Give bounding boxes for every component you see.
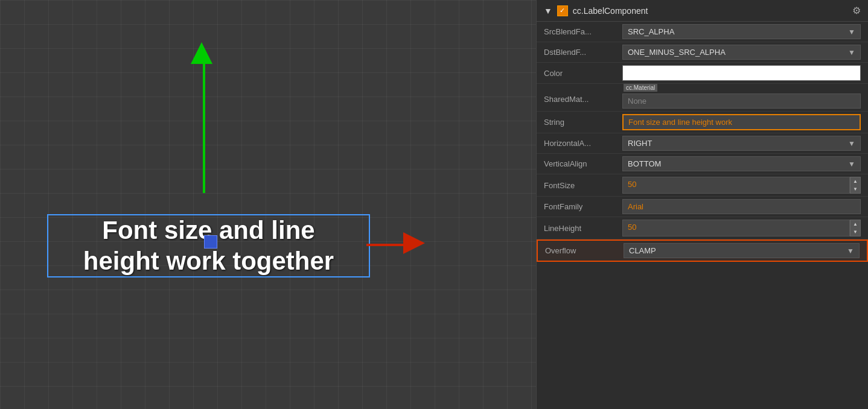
color-label: Color <box>544 69 622 78</box>
font-family-value: Arial <box>622 199 861 214</box>
color-picker[interactable] <box>622 65 861 81</box>
overflow-label: Overflow <box>545 246 624 255</box>
dst-blend-value: ONE_MINUS_SRC_ALPHA ▼ <box>622 45 861 60</box>
font-family-input[interactable]: Arial <box>622 199 861 214</box>
string-row: String Font size and line height work <box>537 112 868 133</box>
vertical-align-label: VerticalAlign <box>544 159 622 168</box>
chevron-down-icon: ▼ <box>848 28 855 36</box>
chevron-down-icon: ▼ <box>848 139 855 148</box>
chevron-down-icon: ▼ <box>848 160 855 168</box>
font-size-row: FontSize 50 ▲ ▼ <box>537 174 868 197</box>
gear-icon[interactable]: ⚙ <box>852 5 861 16</box>
dst-blend-label: DstBlendF... <box>544 48 622 57</box>
chevron-down-icon: ▼ <box>848 48 855 57</box>
dst-blend-row: DstBlendF... ONE_MINUS_SRC_ALPHA ▼ <box>537 42 868 63</box>
src-blend-value: SRC_ALPHA ▼ <box>622 24 861 39</box>
transform-handle[interactable] <box>204 235 217 249</box>
src-blend-label: SrcBlendFa... <box>544 27 622 36</box>
color-row: Color <box>537 63 868 84</box>
font-size-spinners: ▲ ▼ <box>850 177 861 194</box>
line-height-row: LineHeight 50 ▲ ▼ <box>537 217 868 239</box>
shared-mat-row: SharedMat... cc.Material None <box>537 84 868 112</box>
material-field[interactable]: None <box>622 94 861 109</box>
arrow-right-head <box>403 232 425 254</box>
font-family-row: FontFamily Arial <box>537 197 868 217</box>
horizontal-align-row: HorizontalA... RIGHT ▼ <box>537 133 868 154</box>
arrow-right-shaft <box>366 244 409 246</box>
collapse-icon[interactable]: ▼ <box>544 6 552 16</box>
string-label: String <box>544 118 622 127</box>
properties-panel: ▼ ✓ cc.LabelComponent ⚙ SrcBlendFa... SR… <box>536 0 868 409</box>
font-size-label: FontSize <box>544 181 622 190</box>
dst-blend-dropdown[interactable]: ONE_MINUS_SRC_ALPHA ▼ <box>622 45 861 60</box>
panel-header: ▼ ✓ cc.LabelComponent ⚙ <box>537 0 868 22</box>
vertical-align-dropdown[interactable]: BOTTOM ▼ <box>622 156 861 171</box>
font-size-increment[interactable]: ▲ <box>850 177 860 185</box>
arrow-up-head <box>191 42 212 64</box>
horizontal-align-value: RIGHT ▼ <box>622 136 861 151</box>
vertical-align-row: VerticalAlign BOTTOM ▼ <box>537 154 868 174</box>
horizontal-align-dropdown[interactable]: RIGHT ▼ <box>622 136 861 151</box>
font-family-label: FontFamily <box>544 202 622 211</box>
font-size-input-wrapper: 50 ▲ ▼ <box>622 177 861 194</box>
string-value: Font size and line height work <box>622 114 861 130</box>
color-value <box>622 65 861 81</box>
component-title: cc.LabelComponent <box>573 6 847 16</box>
overflow-value: CLAMP ▼ <box>624 243 860 258</box>
chevron-down-icon: ▼ <box>847 247 854 255</box>
font-size-input[interactable]: 50 <box>622 177 850 194</box>
line-height-input[interactable]: 50 <box>622 220 850 236</box>
horizontal-align-label: HorizontalA... <box>544 139 622 148</box>
component-enabled-checkbox[interactable]: ✓ <box>557 5 568 16</box>
vertical-align-value: BOTTOM ▼ <box>622 156 861 171</box>
string-field[interactable]: Font size and line height work <box>622 114 861 130</box>
line-height-value: 50 ▲ ▼ <box>622 220 861 236</box>
overflow-row: Overflow CLAMP ▼ <box>537 239 868 262</box>
line-height-label: LineHeight <box>544 224 622 233</box>
src-blend-dropdown[interactable]: SRC_ALPHA ▼ <box>622 24 861 39</box>
shared-mat-value: cc.Material None <box>622 90 861 109</box>
overflow-dropdown[interactable]: CLAMP ▼ <box>624 243 860 258</box>
line-height-input-wrapper: 50 ▲ ▼ <box>622 220 861 236</box>
line-height-decrement[interactable]: ▼ <box>850 228 860 236</box>
arrow-up-shaft <box>203 60 205 193</box>
line-height-increment[interactable]: ▲ <box>850 220 860 228</box>
line-height-spinners: ▲ ▼ <box>850 220 861 236</box>
font-size-value: 50 ▲ ▼ <box>622 177 861 194</box>
material-tag: cc.Material <box>624 84 657 92</box>
src-blend-row: SrcBlendFa... SRC_ALPHA ▼ <box>537 22 868 42</box>
canvas-area: Font size and line height work together <box>0 0 536 409</box>
canvas-grid: Font size and line height work together <box>0 0 536 409</box>
font-size-decrement[interactable]: ▼ <box>850 185 860 193</box>
shared-mat-label: SharedMat... <box>544 95 622 104</box>
